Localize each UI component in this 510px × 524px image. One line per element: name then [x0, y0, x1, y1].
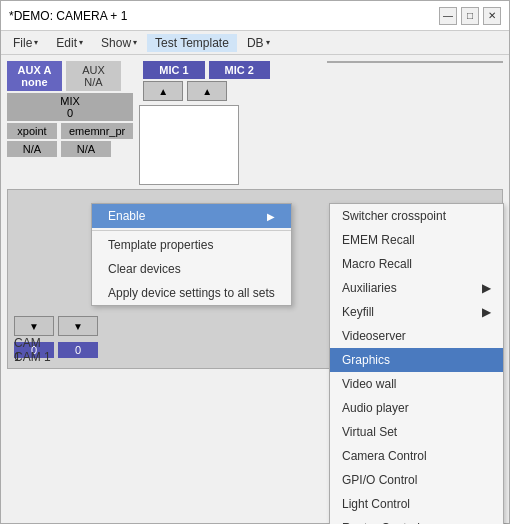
ctx-gpio-control[interactable]: GPI/O Control [330, 468, 503, 492]
close-button[interactable]: ✕ [483, 7, 501, 25]
ctx-router-control[interactable]: Router Control [330, 516, 503, 524]
main-content: AUX A none AUX N/A MIX 0 [1, 55, 509, 523]
ctx-auxiliaries[interactable]: Auxiliaries ▶ [330, 276, 503, 300]
ctx-template-properties[interactable]: Template properties [92, 233, 291, 257]
db-arrow-icon: ▾ [266, 38, 270, 47]
ctx-emem-recall[interactable]: EMEM Recall [330, 228, 503, 252]
title-bar: *DEMO: CAMERA + 1 — □ ✕ [1, 1, 509, 31]
auxiliaries-arrow-icon: ▶ [482, 281, 491, 295]
context-menu-left: Enable ▶ Template properties Clear devic… [91, 203, 292, 306]
context-menu-overlay: Enable ▶ Template properties Clear devic… [1, 55, 509, 523]
window-title: *DEMO: CAMERA + 1 [9, 9, 127, 23]
menu-edit[interactable]: Edit ▾ [48, 34, 91, 52]
menu-file[interactable]: File ▾ [5, 34, 46, 52]
enable-arrow-icon: ▶ [267, 211, 275, 222]
file-arrow-icon: ▾ [34, 38, 38, 47]
ctx-keyfill[interactable]: Keyfill ▶ [330, 300, 503, 324]
show-arrow-icon: ▾ [133, 38, 137, 47]
ctx-clear-devices[interactable]: Clear devices [92, 257, 291, 281]
ctx-enable[interactable]: Enable ▶ [92, 204, 291, 228]
ctx-switcher-crosspoint[interactable]: Switcher crosspoint [330, 204, 503, 228]
ctx-light-control[interactable]: Light Control [330, 492, 503, 516]
menu-bar: File ▾ Edit ▾ Show ▾ Test Template DB ▾ [1, 31, 509, 55]
menu-show[interactable]: Show ▾ [93, 34, 145, 52]
ctx-graphics[interactable]: Graphics [330, 348, 503, 372]
main-window: *DEMO: CAMERA + 1 — □ ✕ File ▾ Edit ▾ Sh… [0, 0, 510, 524]
menu-test-template[interactable]: Test Template [147, 34, 237, 52]
minimize-button[interactable]: — [439, 7, 457, 25]
ctx-macro-recall[interactable]: Macro Recall [330, 252, 503, 276]
keyfill-arrow-icon: ▶ [482, 305, 491, 319]
context-menu-right: Switcher crosspoint EMEM Recall Macro Re… [329, 203, 504, 524]
ctx-video-wall[interactable]: Video wall [330, 372, 503, 396]
edit-arrow-icon: ▾ [79, 38, 83, 47]
ctx-separator [92, 230, 291, 231]
ctx-audio-player[interactable]: Audio player [330, 396, 503, 420]
title-bar-left: *DEMO: CAMERA + 1 [9, 9, 127, 23]
menu-db[interactable]: DB ▾ [239, 34, 278, 52]
ctx-camera-control[interactable]: Camera Control [330, 444, 503, 468]
ctx-virtual-set[interactable]: Virtual Set [330, 420, 503, 444]
title-bar-controls: — □ ✕ [439, 7, 501, 25]
maximize-button[interactable]: □ [461, 7, 479, 25]
ctx-videoserver[interactable]: Videoserver [330, 324, 503, 348]
ctx-apply-device-settings[interactable]: Apply device settings to all sets [92, 281, 291, 305]
